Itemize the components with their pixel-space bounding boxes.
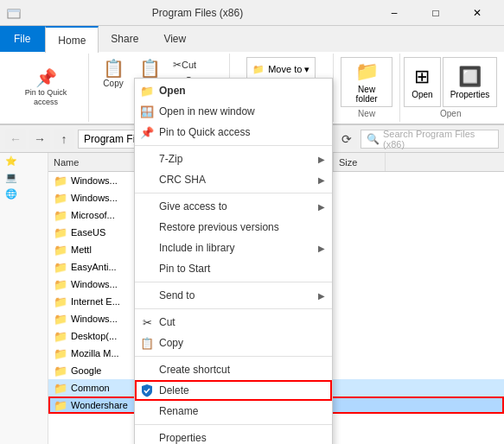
ctx-include-library[interactable]: Include in library: [135, 238, 332, 258]
ctx-7zip-icon: [140, 152, 154, 166]
window-title: Program Files (x86): [26, 7, 369, 19]
search-placeholder: Search Program Files (x86): [383, 129, 493, 149]
folder-icon: 📁: [54, 174, 67, 187]
tab-home[interactable]: Home: [45, 26, 99, 53]
ctx-sep-4: [135, 308, 332, 309]
ctx-sep-1: [135, 145, 332, 146]
context-menu: 📁 Open 🪟 Open in new window 📌 Pin to Qui…: [134, 78, 333, 444]
network-icon: 🌐: [5, 188, 17, 200]
new-folder-button[interactable]: 📁 New folder: [341, 57, 393, 107]
ctx-shortcut-icon: [140, 363, 154, 377]
ctx-give-access[interactable]: Give access to: [135, 196, 332, 217]
ctx-create-shortcut[interactable]: Create shortcut: [135, 359, 332, 380]
window-icon: [7, 6, 21, 20]
col-header-size[interactable]: Size: [334, 153, 386, 171]
title-bar-icons: [7, 6, 21, 20]
search-bar[interactable]: 🔍 Search Program Files (x86): [360, 130, 499, 149]
title-bar: Program Files (x86) – □ ✕: [0, 0, 504, 26]
folder-icon: 📁: [54, 399, 67, 412]
ctx-open-new-icon: 🪟: [140, 105, 154, 118]
open-label: Open: [440, 109, 461, 118]
sidebar: ⭐ 💻 🌐: [0, 153, 48, 444]
ctx-rename-icon: [140, 404, 154, 418]
tab-file[interactable]: File: [0, 26, 45, 52]
ctx-send-icon: [140, 289, 154, 302]
open-button[interactable]: ⊞ Open: [404, 57, 440, 107]
new-folder-icon: 📁: [355, 60, 379, 83]
forward-button[interactable]: →: [29, 129, 50, 149]
properties-button[interactable]: 🔲 Properties: [443, 57, 498, 107]
folder-icon: 📁: [54, 244, 67, 257]
properties-icon: 🔲: [458, 66, 482, 88]
ctx-open-new-window[interactable]: 🪟 Open in new window: [135, 101, 332, 122]
folder-icon: 📁: [54, 192, 67, 205]
ctx-access-icon: [140, 200, 154, 213]
sidebar-item-network[interactable]: 🌐: [0, 186, 48, 202]
ribbon-tabs: File Home Share View: [0, 26, 504, 52]
folder-icon: 📁: [54, 295, 67, 308]
folder-icon: 📁: [54, 261, 67, 274]
pin-icon: 📌: [35, 69, 57, 86]
ctx-delete[interactable]: Delete: [135, 380, 332, 401]
ctx-7zip[interactable]: 7-Zip: [135, 149, 332, 169]
pin-to-quick-access-button[interactable]: 📌 Pin to Quick access: [10, 67, 81, 110]
this-pc-icon: 💻: [5, 172, 17, 183]
cut-button[interactable]: ✂ Cut: [169, 57, 222, 73]
ctx-send-to[interactable]: Send to: [135, 285, 332, 306]
quick-access-icon: ⭐: [5, 155, 17, 167]
ctx-copy[interactable]: 📋 Copy: [135, 333, 332, 353]
ctx-restore-versions[interactable]: Restore previous versions: [135, 217, 332, 238]
folder-icon: 📁: [54, 209, 67, 222]
copy-button[interactable]: 📋 Copy: [96, 57, 131, 91]
folder-icon: 📁: [54, 330, 67, 343]
search-icon: 🔍: [367, 133, 380, 145]
close-button[interactable]: ✕: [457, 0, 497, 26]
copy-icon: 📋: [103, 60, 124, 77]
maximize-button[interactable]: □: [416, 0, 456, 26]
ctx-pin-quick-access[interactable]: 📌 Pin to Quick access: [135, 122, 332, 143]
folder-icon: 📁: [54, 347, 67, 360]
folder-icon: 📁: [54, 313, 67, 326]
sidebar-item-quick-access[interactable]: ⭐: [0, 153, 48, 169]
ctx-delete-icon: [140, 384, 154, 397]
ctx-rename[interactable]: Rename: [135, 401, 332, 422]
ctx-open-icon: 📁: [140, 84, 154, 98]
ribbon-group-quick-access: 📌 Pin to Quick access: [3, 54, 89, 122]
up-button[interactable]: ↑: [54, 129, 74, 149]
refresh-button[interactable]: ⟳: [336, 129, 357, 149]
ctx-sep-5: [135, 356, 332, 357]
svg-rect-1: [8, 10, 20, 12]
ctx-crc-sha[interactable]: CRC SHA: [135, 169, 332, 190]
folder-icon: 📁: [54, 226, 67, 239]
folder-icon: 📁: [54, 382, 67, 395]
ctx-open[interactable]: 📁 Open: [135, 80, 332, 101]
sidebar-item-this-pc[interactable]: 💻: [0, 169, 48, 186]
ctx-cut[interactable]: ✂ Cut: [135, 312, 332, 333]
tab-share[interactable]: Share: [99, 26, 151, 52]
ctx-properties-icon: [140, 431, 154, 444]
back-button[interactable]: ←: [5, 129, 26, 149]
tab-view[interactable]: View: [151, 26, 199, 52]
folder-icon: 📁: [54, 278, 67, 291]
ctx-sep-2: [135, 193, 332, 193]
paste-icon: 📋: [139, 60, 161, 77]
ribbon-group-open: ⊞ Open 🔲 Properties Open: [400, 54, 501, 122]
open-buttons: ⊞ Open 🔲 Properties: [404, 57, 497, 107]
new-label: New: [358, 109, 375, 118]
ctx-pin-start-icon: [140, 262, 154, 276]
new-buttons: 📁 New folder: [341, 57, 393, 107]
folder-icon: 📁: [54, 365, 67, 377]
ctx-copy-icon: 📋: [140, 336, 154, 350]
open-icon: ⊞: [414, 66, 430, 88]
ctx-pin-icon: 📌: [140, 125, 154, 139]
ctx-pin-start[interactable]: Pin to Start: [135, 258, 332, 279]
ctx-restore-icon: [140, 220, 154, 234]
ctx-sep-3: [135, 282, 332, 282]
move-to-icon: 📁: [252, 64, 265, 75]
ribbon-group-new: 📁 New folder New: [334, 54, 401, 122]
window-controls: – □ ✕: [374, 0, 497, 26]
cut-icon: ✂: [173, 59, 182, 71]
ctx-crc-icon: [140, 173, 154, 187]
ctx-properties[interactable]: Properties: [135, 428, 332, 444]
minimize-button[interactable]: –: [374, 0, 414, 26]
